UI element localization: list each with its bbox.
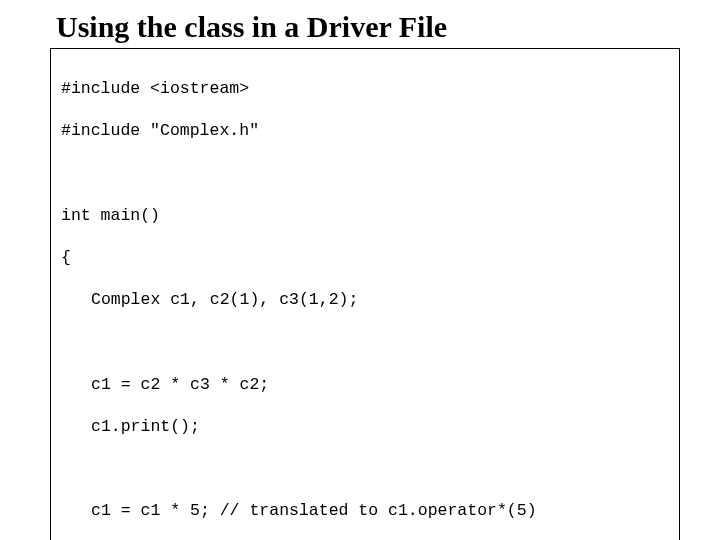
- code-line: #include <iostream>: [61, 78, 669, 99]
- code-line: Complex c1, c2(1), c3(1,2);: [61, 289, 669, 310]
- code-line: c1.print();: [61, 416, 669, 437]
- code-listing: #include <iostream> #include "Complex.h"…: [50, 48, 680, 540]
- code-line: int main(): [61, 205, 669, 226]
- code-line: {: [61, 247, 669, 268]
- code-line: [61, 163, 669, 184]
- slide-title: Using the class in a Driver File: [50, 10, 680, 44]
- code-line: c1 = c1 * 5; // translated to c1.operato…: [61, 500, 669, 521]
- code-line: #include "Complex.h": [61, 120, 669, 141]
- code-line: [61, 331, 669, 352]
- code-line: c1 = c2 * c3 * c2;: [61, 374, 669, 395]
- code-line: [61, 458, 669, 479]
